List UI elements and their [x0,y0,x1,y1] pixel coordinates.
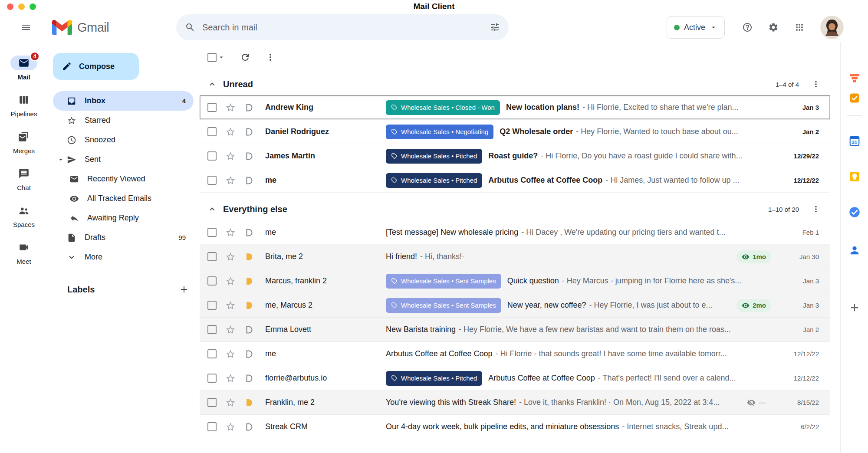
row-checkbox[interactable] [207,349,217,358]
panel-tasks-button[interactable] [848,206,861,220]
sidebar-item-recently-viewed[interactable]: Recently Viewed [53,169,194,189]
streak-box-icon[interactable] [243,373,254,384]
panel-streak-tasks-button[interactable] [848,92,861,106]
main-menu-button[interactable] [15,16,37,39]
email-row[interactable]: meWholesale Sales • PitchedArbutus Coffe… [200,168,830,193]
panel-contacts-button[interactable] [848,244,861,258]
panel-streak-button[interactable] [848,72,861,86]
panel-get-addons-button[interactable] [848,302,861,315]
streak-status-dropdown[interactable]: Active [667,16,725,39]
streak-box-icon[interactable] [243,175,254,186]
rail-item-mail[interactable]: 4Mail [0,56,48,81]
star-icon[interactable] [225,276,236,286]
streak-box-icon[interactable] [243,151,254,161]
search-input[interactable] [202,23,483,33]
streak-box-icon[interactable] [243,325,254,335]
row-checkbox[interactable] [207,228,217,237]
compose-button[interactable]: Compose [53,53,139,80]
row-checkbox[interactable] [207,151,217,161]
streak-box-icon[interactable] [243,300,254,311]
sidebar-item-sent[interactable]: Sent [53,150,194,169]
support-button[interactable] [736,16,759,39]
rail-item-pipelines[interactable]: Pipelines [0,92,48,118]
email-row[interactable]: Emma LovettNew Barista training- Hey Flo… [200,318,830,342]
zoom-window-button[interactable] [30,3,36,10]
streak-box-icon[interactable] [243,102,254,113]
pipeline-stage-badge[interactable]: Wholesale Sales • Pitched [386,371,482,386]
email-row[interactable]: me, Marcus 2Wholesale Sales • Sent Sampl… [200,293,830,318]
star-icon[interactable] [225,397,236,408]
search-options-icon[interactable] [490,22,500,33]
pipeline-stage-badge[interactable]: Wholesale Sales • Sent Samples [386,274,501,289]
sidebar-item-starred[interactable]: Starred [53,111,194,130]
search-icon[interactable] [185,22,195,33]
row-checkbox[interactable] [207,252,217,261]
pipeline-stage-badge[interactable]: Wholesale Sales • Pitched [386,173,482,188]
star-icon[interactable] [225,227,236,238]
collapse-section-icon[interactable] [207,79,217,89]
pipeline-stage-badge[interactable]: Wholesale Sales • Negotiating [386,125,493,139]
row-checkbox[interactable] [207,398,217,407]
expander-caret-icon[interactable] [57,156,64,163]
email-row[interactable]: florrie@arbutus.ioWholesale Sales • Pitc… [200,366,830,391]
rail-item-meet[interactable]: Meet [0,240,48,265]
row-checkbox[interactable] [207,276,217,286]
star-icon[interactable] [225,300,236,311]
row-checkbox[interactable] [207,325,217,334]
google-apps-button[interactable] [788,16,811,39]
email-row[interactable]: Andrew KingWholesale Sales • Closed - Wo… [200,95,830,120]
email-row[interactable]: Streak CRMOur 4-day work week, bulk pipe… [200,415,830,439]
section-menu-icon[interactable] [811,204,821,214]
minimize-window-button[interactable] [18,3,25,10]
star-icon[interactable] [225,175,236,186]
collapse-section-icon[interactable] [207,204,217,214]
panel-keep-button[interactable] [848,171,861,184]
sidebar-item-awaiting-reply[interactable]: Awaiting Reply [53,208,194,228]
search-bar[interactable] [176,14,509,40]
create-label-icon[interactable] [179,284,189,295]
sidebar-item-more[interactable]: More [53,247,194,267]
close-window-button[interactable] [7,3,13,10]
email-row[interactable]: Brita, me 2Hi friend!- Hi, thanks!·1moJa… [200,245,830,269]
email-row[interactable]: Daniel RodriguezWholesale Sales • Negoti… [200,120,830,144]
row-checkbox[interactable] [207,176,217,185]
row-checkbox[interactable] [207,103,217,112]
pipeline-stage-badge[interactable]: Wholesale Sales • Sent Samples [386,298,501,313]
star-icon[interactable] [225,151,236,161]
streak-box-icon[interactable] [243,422,254,432]
email-row[interactable]: Franklin, me 2You're viewing this with S… [200,391,830,415]
gmail-logo[interactable]: Gmail [52,20,176,35]
select-all-checkbox[interactable] [207,53,217,62]
email-row[interactable]: meArbutus Coffee at Coffee Coop- Hi Flor… [200,342,830,366]
rail-item-merges[interactable]: Merges [0,129,48,154]
streak-box-icon[interactable] [243,349,254,359]
streak-box-icon[interactable] [243,252,254,262]
sidebar-item-inbox[interactable]: Inbox4 [53,91,194,111]
refresh-icon[interactable] [240,52,250,62]
select-all-control[interactable] [207,53,225,62]
settings-button[interactable] [762,16,785,39]
star-icon[interactable] [225,102,236,113]
account-avatar[interactable] [820,16,844,39]
sidebar-item-drafts[interactable]: Drafts99 [53,228,194,247]
streak-box-icon[interactable] [243,276,254,286]
email-row[interactable]: Marcus, franklin 2Wholesale Sales • Sent… [200,269,830,293]
sidebar-item-all-tracked-emails[interactable]: All Tracked Emails [53,189,194,208]
sidebar-item-snoozed[interactable]: Snoozed [53,130,194,150]
streak-box-icon[interactable] [243,127,254,137]
star-icon[interactable] [225,349,236,359]
row-checkbox[interactable] [207,374,217,383]
row-checkbox[interactable] [207,127,217,136]
star-icon[interactable] [225,325,236,335]
star-icon[interactable] [225,127,236,137]
rail-item-spaces[interactable]: Spaces [0,203,48,228]
pipeline-stage-badge[interactable]: Wholesale Sales • Closed - Won [386,100,500,115]
star-icon[interactable] [225,373,236,384]
email-row[interactable]: me[Test message] New wholesale pricing- … [200,220,830,245]
panel-calendar-button[interactable]: 31 [848,135,861,149]
pipeline-stage-badge[interactable]: Wholesale Sales • Pitched [386,149,482,164]
more-options-icon[interactable] [265,52,276,62]
star-icon[interactable] [225,252,236,262]
row-checkbox[interactable] [207,422,217,431]
section-menu-icon[interactable] [811,79,821,89]
